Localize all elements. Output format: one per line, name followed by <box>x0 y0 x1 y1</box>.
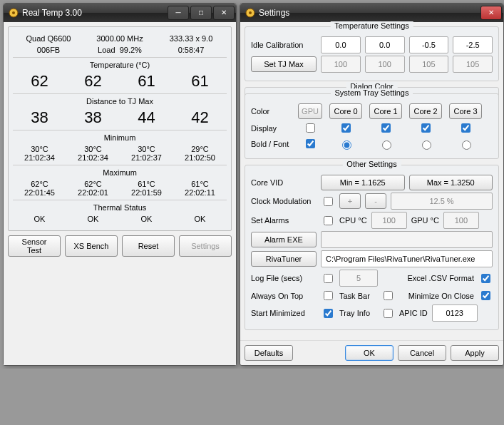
distance-header: Distance to TJ Max <box>13 97 227 106</box>
display-gpu-checkbox[interactable] <box>306 123 315 133</box>
bold-font-label: Bold / Font <box>251 140 289 148</box>
main-title: Real Temp 3.00 <box>22 8 168 18</box>
core0-button[interactable]: Core 0 <box>329 103 362 119</box>
excel-checkbox[interactable] <box>481 274 490 283</box>
core2-button[interactable]: Core 2 <box>409 103 442 119</box>
dist-core-3: 42 <box>173 108 227 127</box>
display-core0-checkbox[interactable] <box>341 123 351 133</box>
svg-point-1 <box>12 11 15 14</box>
temp-core-3: 61 <box>173 72 227 91</box>
thermal-3: OK <box>173 215 227 223</box>
min-val-0: 30°C <box>13 145 66 153</box>
log-file-checkbox[interactable] <box>324 274 333 283</box>
min-val-3: 29°C <box>173 145 227 153</box>
bold-core1-radio[interactable] <box>382 140 391 150</box>
always-on-top-checkbox[interactable] <box>324 291 333 300</box>
bold-gpu-checkbox[interactable] <box>306 139 315 148</box>
bold-core3-radio[interactable] <box>462 140 471 150</box>
set-tj-max-button[interactable]: Set TJ Max <box>251 56 317 72</box>
rivatuner-button[interactable]: RivaTuner <box>251 251 317 267</box>
temperature-settings-group: Temperature Settings Idle Calibration 0.… <box>245 26 499 81</box>
core3-button[interactable]: Core 3 <box>449 103 482 119</box>
log-secs-field[interactable]: 5 <box>339 270 378 287</box>
clock-pct-field: 12.5 % <box>391 193 493 210</box>
taskbar-label: Task Bar <box>339 292 376 300</box>
display-core1-checkbox[interactable] <box>381 123 391 133</box>
thermal-header: Thermal Status <box>13 203 227 212</box>
vid-min-button[interactable]: Min = 1.1625 <box>321 175 405 190</box>
tj-val-1: 100 <box>365 56 405 73</box>
bold-core0-radio[interactable] <box>342 140 351 150</box>
settings-window: Settings ✕ Temperature Settings Idle Cal… <box>240 3 504 366</box>
cancel-button[interactable]: Cancel <box>398 345 446 361</box>
maximum-header: Maximum <box>13 168 227 177</box>
taskbar-checkbox[interactable] <box>384 291 393 300</box>
start-minimized-checkbox[interactable] <box>324 309 333 318</box>
thermal-0: OK <box>13 215 66 223</box>
defaults-button[interactable]: Defaults <box>245 345 293 361</box>
ok-button[interactable]: OK <box>345 345 394 361</box>
minimize-on-close-checkbox[interactable] <box>481 291 490 300</box>
tray-info-checkbox[interactable] <box>384 309 393 318</box>
settings-close-button[interactable]: ✕ <box>480 6 502 20</box>
display-label: Display <box>251 124 277 133</box>
idle-cal-3[interactable]: -2.5 <box>453 36 493 53</box>
settings-toggle-button[interactable]: Settings <box>179 235 232 257</box>
temp-core-1: 62 <box>66 72 120 91</box>
temp-core-2: 61 <box>120 72 173 91</box>
alarm-exe-field[interactable] <box>321 231 493 248</box>
max-time-0: 22:01:45 <box>13 188 66 197</box>
max-val-3: 61°C <box>173 180 227 188</box>
clock-plus-button[interactable]: + <box>339 193 361 209</box>
bold-core2-radio[interactable] <box>422 140 431 150</box>
dist-core-1: 38 <box>66 108 120 127</box>
max-time-3: 22:02:11 <box>173 188 227 197</box>
temperature-header: Temperature (°C) <box>13 61 227 69</box>
settings-titlebar[interactable]: Settings ✕ <box>240 4 503 22</box>
close-button[interactable]: ✕ <box>213 6 235 20</box>
temp-core-0: 62 <box>13 72 66 91</box>
sensor-test-button[interactable]: Sensor Test <box>8 235 61 257</box>
clock-minus-button[interactable]: - <box>365 193 386 209</box>
alarm-exe-button[interactable]: Alarm EXE <box>251 232 317 247</box>
gpu-alarm-field[interactable]: 100 <box>443 212 479 229</box>
cpu-c-label: CPU °C <box>339 216 367 225</box>
set-alarms-checkbox[interactable] <box>324 216 333 225</box>
set-alarms-label: Set Alarms <box>251 216 317 225</box>
min-time-0: 21:02:34 <box>13 153 66 162</box>
idle-cal-1[interactable]: 0.0 <box>365 36 405 53</box>
max-time-1: 22:02:01 <box>66 188 120 197</box>
other-settings-group: Other Settings Core VID Min = 1.1625 Max… <box>245 165 499 330</box>
min-val-2: 30°C <box>120 145 173 153</box>
core1-button[interactable]: Core 1 <box>369 103 402 119</box>
minimize-button[interactable]: ─ <box>168 6 189 20</box>
load: Load 99.2% <box>84 46 155 54</box>
clock-mod-checkbox[interactable] <box>324 197 333 206</box>
apply-button[interactable]: Apply <box>451 345 499 361</box>
tj-val-2: 105 <box>409 56 449 73</box>
thermal-1: OK <box>66 215 120 223</box>
idle-cal-2[interactable]: -0.5 <box>409 36 449 53</box>
xs-bench-button[interactable]: XS Bench <box>65 235 118 257</box>
min-time-3: 21:02:50 <box>173 153 227 162</box>
minimize-on-close-label: Minimize On Close <box>408 292 474 300</box>
main-titlebar[interactable]: Real Temp 3.00 ─ □ ✕ <box>4 4 236 22</box>
tj-val-3: 105 <box>453 56 493 73</box>
display-core3-checkbox[interactable] <box>461 123 470 133</box>
apic-id-field[interactable]: 0123 <box>432 304 478 322</box>
gpu-button[interactable]: GPU <box>298 103 322 119</box>
cpu-alarm-field[interactable]: 100 <box>371 212 407 229</box>
minimum-header: Minimum <box>13 133 227 142</box>
dist-core-0: 38 <box>13 108 66 127</box>
rivatuner-path-field[interactable]: C:\Program Files\RivaTuner\RivaTuner.exe <box>321 250 493 267</box>
reset-button[interactable]: Reset <box>122 235 175 257</box>
display-core2-checkbox[interactable] <box>421 123 431 133</box>
excel-label: Excel .CSV Format <box>407 274 474 282</box>
vid-max-button[interactable]: Max = 1.3250 <box>409 175 493 190</box>
log-file-label: Log File (secs) <box>251 274 317 282</box>
settings-title: Settings <box>259 8 480 18</box>
idle-cal-0[interactable]: 0.0 <box>321 36 361 53</box>
tray-info-label: Tray Info <box>339 309 376 317</box>
system-tray-group-real: System Tray Settings Color GPU Core 0 Co… <box>245 93 499 159</box>
maximize-button[interactable]: □ <box>190 6 212 20</box>
